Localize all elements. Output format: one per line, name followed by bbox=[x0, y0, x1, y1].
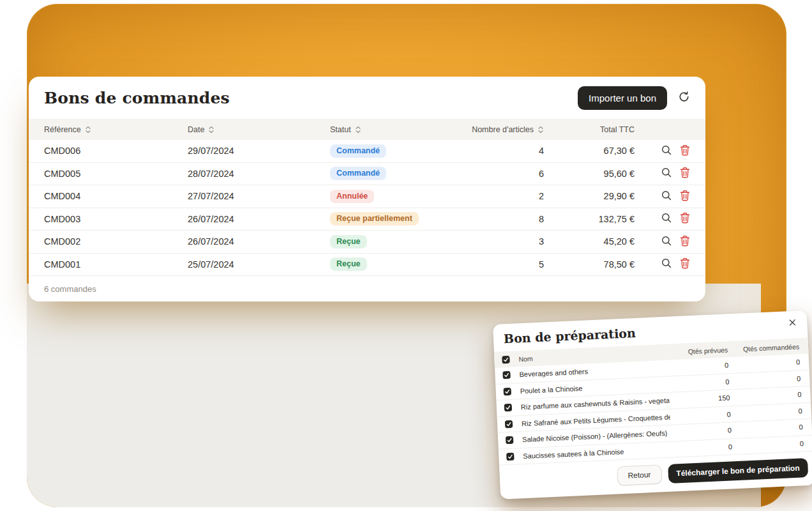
status-badge: Reçue bbox=[330, 235, 367, 248]
order-reference: CMD003 bbox=[44, 214, 188, 224]
table-row: CMD004 27/07/2024 Annulée 2 29,90 € bbox=[29, 185, 705, 208]
table-row: CMD005 28/07/2024 Commandé 6 95,60 € bbox=[29, 163, 705, 186]
order-total: 45,20 € bbox=[544, 236, 635, 247]
order-reference: CMD006 bbox=[44, 146, 188, 156]
item-checkbox[interactable] bbox=[505, 420, 513, 429]
table-row: CMD001 25/07/2024 Reçue 5 78,50 € bbox=[29, 254, 705, 277]
orders-table-body: CMD006 29/07/2024 Commandé 4 67,30 € bbox=[29, 140, 705, 276]
item-checkbox[interactable] bbox=[504, 404, 513, 412]
item-checkbox[interactable] bbox=[506, 452, 515, 461]
item-checkbox[interactable] bbox=[503, 388, 511, 396]
column-header-total: Total TTC bbox=[544, 125, 635, 134]
page-title: Bons de commandes bbox=[44, 89, 578, 107]
delete-order-button[interactable] bbox=[680, 212, 690, 225]
item-name: Riz parfume aux cashewnuts & Raisins - v… bbox=[521, 397, 670, 411]
view-order-button[interactable] bbox=[661, 144, 672, 158]
order-reference: CMD005 bbox=[44, 169, 188, 179]
search-icon bbox=[661, 167, 672, 180]
search-icon bbox=[661, 212, 672, 225]
import-order-button[interactable]: Importer un bon bbox=[578, 86, 667, 110]
delete-order-button[interactable] bbox=[680, 144, 690, 158]
search-icon bbox=[661, 235, 672, 248]
order-reference: CMD002 bbox=[44, 236, 188, 247]
trash-icon bbox=[680, 167, 690, 180]
preparation-table-body: Beverages and others 0 0 Poulet a la Chi… bbox=[495, 354, 812, 466]
column-header-qtes-commandees: Qtés commandées bbox=[728, 342, 799, 353]
view-order-button[interactable] bbox=[661, 235, 672, 248]
close-button[interactable] bbox=[786, 315, 799, 330]
order-total: 78,50 € bbox=[544, 259, 635, 270]
view-order-button[interactable] bbox=[661, 257, 672, 271]
checkbox-checked-icon bbox=[504, 371, 509, 379]
trash-icon bbox=[680, 212, 690, 225]
item-qty-ordered: 0 bbox=[730, 407, 802, 418]
view-order-button[interactable] bbox=[661, 167, 672, 180]
column-header-reference[interactable]: Référence bbox=[44, 125, 188, 134]
column-header-statut[interactable]: Statut bbox=[330, 125, 467, 134]
back-button[interactable]: Retour bbox=[617, 464, 662, 485]
orders-header: Bons de commandes Importer un bon bbox=[29, 77, 705, 119]
order-date: 28/07/2024 bbox=[188, 169, 330, 179]
order-articles: 8 bbox=[467, 214, 544, 224]
item-qty-ordered: 0 bbox=[730, 391, 801, 402]
checkbox-checked-icon bbox=[506, 420, 512, 428]
status-badge: Reçue bbox=[330, 257, 367, 271]
delete-order-button[interactable] bbox=[680, 190, 690, 203]
order-reference: CMD001 bbox=[44, 259, 188, 270]
delete-order-button[interactable] bbox=[680, 235, 690, 248]
close-icon bbox=[789, 318, 796, 328]
trash-icon bbox=[680, 235, 690, 248]
order-date: 25/07/2024 bbox=[188, 259, 330, 270]
order-total: 132,75 € bbox=[544, 214, 635, 224]
item-qty-ordered: 0 bbox=[728, 358, 800, 369]
item-name: Saucisses sautees à la Chinoise bbox=[523, 445, 672, 459]
item-qty-ordered: 0 bbox=[732, 439, 804, 450]
order-date: 26/07/2024 bbox=[188, 236, 330, 247]
status-badge: Annulée bbox=[330, 190, 374, 203]
column-header-articles[interactable]: Nombre d'articles bbox=[467, 125, 544, 134]
delete-order-button[interactable] bbox=[680, 167, 690, 180]
orders-footer: 6 commandes bbox=[29, 276, 705, 301]
select-all-checkbox[interactable] bbox=[502, 355, 510, 363]
item-qty-planned: 0 bbox=[672, 443, 732, 453]
item-checkbox[interactable] bbox=[506, 436, 514, 445]
trash-icon bbox=[680, 257, 690, 271]
order-articles: 4 bbox=[467, 146, 544, 156]
order-articles: 3 bbox=[467, 236, 544, 247]
item-name: Salade Nicoise (Poisson) - (Allergènes: … bbox=[522, 429, 671, 443]
item-checkbox[interactable] bbox=[502, 371, 511, 379]
download-preparation-button[interactable]: Télécharger le bon de préparation bbox=[668, 458, 809, 484]
order-total: 95,60 € bbox=[544, 169, 635, 179]
orders-table-header: Référence Date Statut N bbox=[29, 119, 705, 140]
status-badge: Commandé bbox=[330, 144, 386, 158]
refresh-button[interactable] bbox=[678, 91, 690, 105]
sort-icon bbox=[208, 126, 214, 133]
table-row: CMD006 29/07/2024 Commandé 4 67,30 € bbox=[29, 140, 705, 163]
item-name: Beverages and others bbox=[519, 364, 668, 378]
order-total: 29,90 € bbox=[544, 191, 635, 201]
item-name: Riz Safrané aux Petits Légumes - Croquet… bbox=[522, 413, 670, 427]
view-order-button[interactable] bbox=[661, 212, 672, 225]
status-badge: Reçue partiellement bbox=[330, 212, 419, 225]
order-date: 29/07/2024 bbox=[188, 146, 330, 156]
order-articles: 5 bbox=[467, 259, 544, 270]
column-header-date[interactable]: Date bbox=[188, 125, 330, 134]
trash-icon bbox=[680, 190, 690, 203]
table-row: CMD003 26/07/2024 Reçue partiellement 8 … bbox=[29, 208, 705, 231]
item-qty-ordered: 0 bbox=[732, 423, 803, 434]
order-reference: CMD004 bbox=[44, 191, 188, 201]
search-icon bbox=[661, 257, 672, 271]
sort-icon bbox=[85, 126, 91, 133]
checkbox-checked-icon bbox=[504, 388, 510, 395]
status-badge: Commandé bbox=[330, 167, 386, 180]
order-date: 26/07/2024 bbox=[188, 214, 330, 224]
delete-order-button[interactable] bbox=[680, 257, 690, 271]
order-total: 67,30 € bbox=[544, 146, 635, 156]
column-header-qtes-prevues: Qtés prévues bbox=[667, 346, 728, 356]
item-qty-planned: 0 bbox=[670, 410, 731, 420]
item-qty-planned: 0 bbox=[671, 427, 732, 437]
checkbox-checked-icon bbox=[508, 453, 513, 461]
checkbox-checked-icon bbox=[507, 436, 513, 444]
view-order-button[interactable] bbox=[661, 190, 672, 203]
sort-icon bbox=[355, 126, 361, 133]
